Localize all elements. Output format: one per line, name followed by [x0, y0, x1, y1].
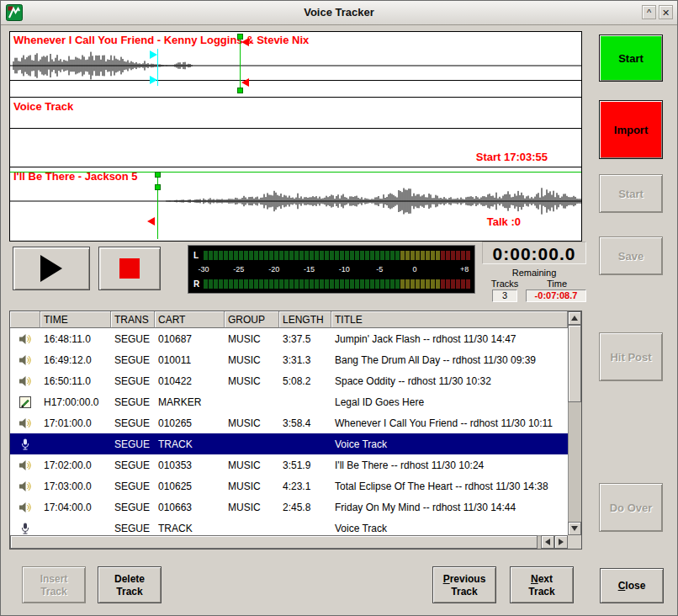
fade-marker-top[interactable]	[241, 38, 249, 46]
cell-trans: SEGUE	[111, 438, 155, 450]
track2-start-time: Start 17:03:55	[476, 151, 548, 163]
close-window-button[interactable]: ✕	[659, 5, 673, 19]
speaker-icon	[10, 332, 40, 346]
cell-length: 5:08.2	[279, 375, 331, 387]
remaining-tracks-label: Tracks	[484, 279, 526, 289]
insert-track-button[interactable]: Insert Track	[22, 566, 86, 603]
cell-group: MUSIC	[225, 502, 279, 513]
cell-title: Voice Track	[331, 523, 568, 534]
vertical-scrollbar[interactable]	[568, 311, 581, 535]
waveform-editor[interactable]: Whenever I Call You Friend - Kenny Loggi…	[9, 31, 582, 242]
cell-trans: SEGUE	[111, 354, 155, 366]
shade-window-button[interactable]: ^	[642, 5, 656, 19]
horizontal-scrollbar[interactable]	[10, 535, 568, 549]
cell-title: Legal ID Goes Here	[331, 396, 568, 408]
log-row-6[interactable]: SEGUE TRACK Voice Track	[10, 433, 568, 454]
cell-title: Bang The Drum All Day -- rdhost 11/30 09…	[331, 354, 568, 366]
log-row-2[interactable]: 16:49:12.0 SEGUE 010011 MUSIC 3:31.3 Ban…	[10, 349, 568, 370]
log-row-1[interactable]: 16:48:11.0 SEGUE 010687 MUSIC 3:37.5 Jum…	[10, 328, 568, 349]
remaining-tracks-value: 3	[492, 289, 517, 302]
log-row-5[interactable]: 17:01:00.0 SEGUE 010265 MUSIC 3:58.4 Whe…	[10, 412, 568, 433]
log-row-7[interactable]: 17:02:00.0 SEGUE 010353 MUSIC 3:51.9 I'l…	[10, 454, 568, 475]
horizontal-scrollbar-thumb[interactable]	[10, 535, 538, 549]
start-track1-button[interactable]: Start	[599, 35, 663, 82]
remaining-label: Remaining	[482, 268, 586, 278]
track3-title: I'll Be There - Jackson 5	[13, 170, 138, 183]
log-row-9[interactable]: 17:04:00.0 SEGUE 010663 MUSIC 2:45.8 Fri…	[10, 497, 568, 518]
cell-time: 16:48:11.0	[40, 333, 111, 345]
arrow-right-icon	[559, 539, 564, 545]
cell-trans: SEGUE	[111, 459, 155, 471]
window-title: Voice Tracker	[1, 6, 677, 19]
mic-icon	[10, 522, 40, 535]
log-row-4[interactable]: H17:00:00.0 SEGUE MARKER Legal ID Goes H…	[10, 391, 568, 412]
cell-title: Whenever I Call You Friend -- rdhost 11/…	[331, 417, 568, 429]
scrollbar-corner	[568, 535, 581, 549]
segue-marker-handle-bottom[interactable]	[150, 76, 157, 84]
column-header-group: GROUP	[225, 311, 279, 328]
save-button[interactable]: Save	[599, 236, 663, 275]
previous-track-button[interactable]: Previous Track	[432, 566, 496, 603]
track1-waveform[interactable]	[10, 47, 581, 84]
cell-length: 3:37.5	[279, 333, 331, 345]
segue-marker-line[interactable]	[157, 49, 158, 86]
meter-right-label: R	[193, 279, 199, 289]
cell-cart: 010663	[155, 502, 225, 513]
cell-trans: SEGUE	[111, 481, 155, 492]
track-start-marker-line[interactable]	[240, 35, 241, 93]
scroll-up-button[interactable]	[568, 311, 581, 325]
track3-start-handle-top[interactable]	[155, 172, 161, 178]
elapsed-time-display: 0:00:00.0	[482, 242, 586, 264]
cell-time: H17:00:00.0	[40, 396, 111, 408]
cell-title: Voice Track	[331, 438, 568, 450]
import-button[interactable]: Import	[599, 100, 663, 159]
cell-time: 16:50:11.0	[40, 375, 111, 387]
speaker-icon	[10, 501, 40, 514]
cell-title: Space Oddity -- rdhost 11/30 10:32	[331, 375, 568, 387]
cell-cart: 010265	[155, 417, 225, 429]
hit-post-button[interactable]: Hit Post	[599, 332, 663, 381]
panel2-centerline	[10, 128, 581, 129]
vertical-scrollbar-thumb[interactable]	[568, 325, 581, 402]
cell-cart: 010422	[155, 375, 225, 387]
track-start-handle-bottom[interactable]	[237, 88, 243, 93]
do-over-button[interactable]: Do Over	[599, 483, 663, 532]
scroll-left-button[interactable]	[541, 535, 554, 549]
log-row-10[interactable]: SEGUE TRACK Voice Track	[10, 518, 568, 535]
column-header-time: TIME	[40, 311, 111, 328]
arrow-up-icon	[571, 316, 578, 321]
arrow-left-icon	[545, 539, 550, 545]
delete-track-button[interactable]: Delete Track	[98, 566, 162, 603]
cell-length: 3:31.3	[279, 354, 331, 366]
stop-button[interactable]	[98, 247, 161, 290]
column-header-cart: CART	[155, 311, 225, 328]
cell-group: MUSIC	[225, 481, 279, 492]
track3-fade-marker[interactable]	[147, 217, 155, 226]
next-track-button[interactable]: Next Track	[510, 566, 574, 603]
segue-marker-handle-top[interactable]	[150, 50, 157, 59]
cell-cart: 010687	[155, 333, 225, 345]
cell-time: 16:49:12.0	[40, 354, 111, 366]
log-row-3[interactable]: 16:50:11.0 SEGUE 010422 MUSIC 5:08.2 Spa…	[10, 370, 568, 391]
speaker-icon	[10, 374, 40, 388]
start-track2-button[interactable]: Start	[599, 174, 663, 213]
fade-marker-bottom[interactable]	[241, 78, 249, 87]
panel2-bottom-border	[10, 167, 581, 167]
track1-title: Whenever I Call You Friend - Kenny Loggi…	[13, 34, 309, 46]
scroll-right-button[interactable]	[554, 535, 568, 549]
cell-trans: SEGUE	[111, 523, 155, 534]
cell-cart: TRACK	[155, 523, 225, 534]
column-header-icon	[10, 311, 40, 328]
cell-title: I'll Be There -- rdhost 11/30 10:24	[331, 459, 568, 471]
cell-title: Total Eclipse Of The Heart -- rdhost 11/…	[331, 481, 568, 492]
close-button[interactable]: Close	[600, 568, 664, 603]
track3-start-handle-mid[interactable]	[155, 184, 161, 190]
log-row-8[interactable]: 17:03:00.0 SEGUE 010625 MUSIC 4:23.1 Tot…	[10, 475, 568, 497]
play-button[interactable]	[13, 247, 90, 290]
meter-right-segments	[204, 279, 470, 289]
audio-level-meter: L -30-25-20-15-10-50+8 R	[188, 245, 475, 294]
scroll-down-button[interactable]	[568, 522, 581, 535]
cell-group: MUSIC	[225, 417, 279, 429]
track3-start-marker-line[interactable]	[157, 172, 158, 239]
voice-tracker-window: Voice Tracker ^ ✕ Whenever I Call You Fr…	[0, 0, 678, 616]
